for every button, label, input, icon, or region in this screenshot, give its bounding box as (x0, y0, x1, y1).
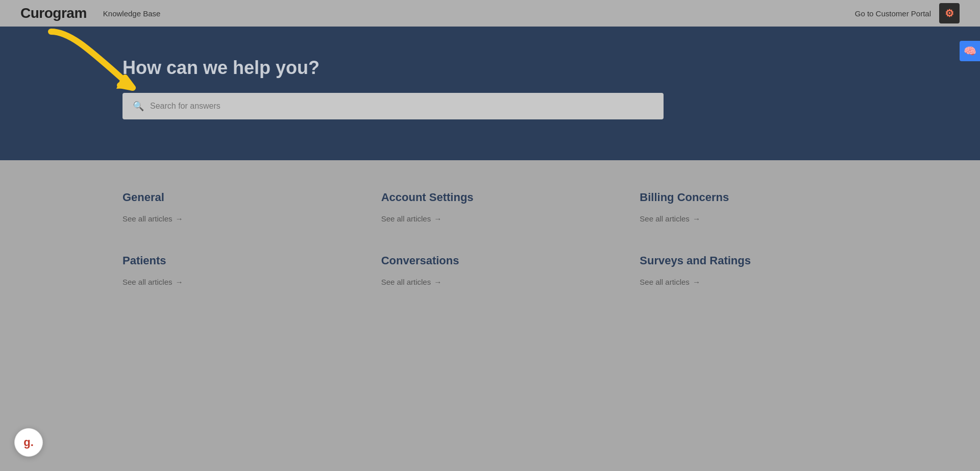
portal-link[interactable]: Go to Customer Portal (855, 9, 931, 18)
knowledge-base-link[interactable]: Knowledge Base (103, 9, 161, 18)
see-all-general[interactable]: See all articles → (122, 214, 183, 223)
category-general: General See all articles → (122, 191, 340, 224)
category-title-general: General (122, 191, 340, 204)
main-content: General See all articles → Account Setti… (0, 160, 980, 328)
chat-widget-label: g. (23, 436, 34, 449)
category-title-account-settings: Account Settings (381, 191, 599, 204)
category-conversations: Conversations See all articles → (381, 254, 599, 287)
see-all-account-settings[interactable]: See all articles → (381, 214, 442, 223)
arrow-icon-patients: → (176, 278, 183, 286)
brain-icon: 🧠 (964, 45, 976, 57)
arrow-icon-surveys: → (693, 278, 700, 286)
category-title-conversations: Conversations (381, 254, 599, 267)
chat-widget[interactable]: g. (14, 428, 43, 457)
blue-sidebar-widget[interactable]: 🧠 (960, 41, 980, 61)
navbar: Curogram Knowledge Base Go to Customer P… (0, 0, 980, 27)
see-all-conversations[interactable]: See all articles → (381, 278, 442, 286)
search-icon: 🔍 (133, 101, 144, 112)
search-input[interactable] (150, 102, 653, 111)
category-title-patients: Patients (122, 254, 340, 267)
hubspot-icon: ⚙ (945, 7, 954, 19)
category-title-surveys: Surveys and Ratings (640, 254, 857, 267)
see-all-billing[interactable]: See all articles → (640, 214, 700, 223)
logo: Curogram (20, 5, 87, 21)
hubspot-button[interactable]: ⚙ (939, 3, 960, 23)
category-surveys-ratings: Surveys and Ratings See all articles → (640, 254, 857, 287)
category-billing-concerns: Billing Concerns See all articles → (640, 191, 857, 224)
category-account-settings: Account Settings See all articles → (381, 191, 599, 224)
arrow-icon-billing: → (693, 214, 700, 223)
see-all-patients[interactable]: See all articles → (122, 278, 183, 286)
category-patients: Patients See all articles → (122, 254, 340, 287)
hero-title: How can we help you? (122, 57, 320, 79)
arrow-icon-conversations: → (434, 278, 442, 286)
category-title-billing: Billing Concerns (640, 191, 857, 204)
arrow-icon-general: → (176, 214, 183, 223)
categories-grid: General See all articles → Account Setti… (122, 191, 857, 287)
navbar-right: Go to Customer Portal ⚙ (855, 3, 960, 23)
hero-section: How can we help you? 🔍 (0, 27, 980, 160)
arrow-icon-account: → (434, 214, 442, 223)
search-bar[interactable]: 🔍 (122, 93, 664, 119)
see-all-surveys[interactable]: See all articles → (640, 278, 700, 286)
